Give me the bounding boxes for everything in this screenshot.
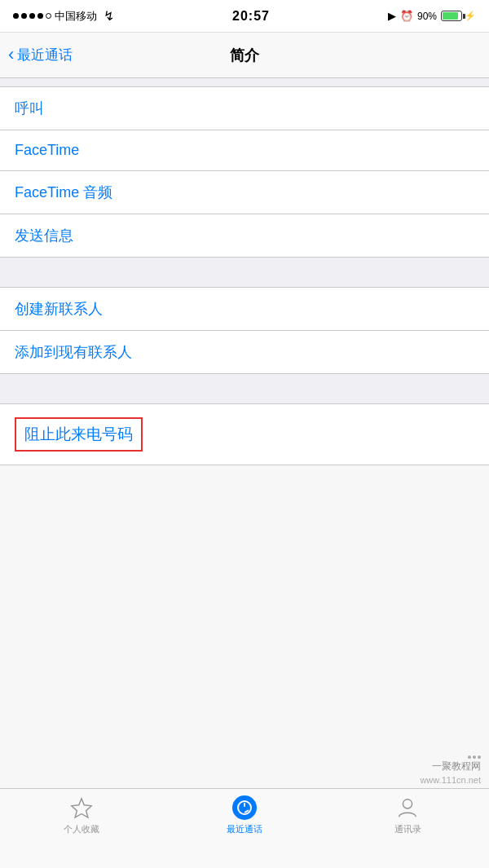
dot4 [37, 13, 43, 19]
nav-bar: ‹ 最近通话 简介 [0, 33, 489, 78]
watermark-line1: 一聚教程网 [420, 759, 481, 773]
svg-point-1 [403, 800, 412, 809]
dot5 [46, 13, 51, 19]
carrier-label: 中国移动 [55, 9, 97, 24]
tab-bar: 个人收藏 最近通话 通讯录 [0, 788, 489, 868]
list-item-block-number[interactable]: 阻止此来电号码 [0, 403, 489, 465]
signal-dots [13, 13, 51, 19]
list-item-call[interactable]: 呼叫 [0, 86, 489, 130]
section-group-1: 呼叫 FaceTime FaceTime 音频 发送信息 [0, 86, 489, 258]
section-group-2: 创建新联系人 添加到现有联系人 [0, 287, 489, 374]
wifi-icon: ↯ [104, 8, 114, 24]
block-number-label: 阻止此来电号码 [24, 425, 133, 443]
section-group-3: 阻止此来电号码 [0, 403, 489, 465]
battery-percent: 90% [417, 11, 437, 22]
back-label: 最近通话 [17, 46, 73, 64]
tab-favorites-label: 个人收藏 [64, 823, 99, 835]
clock-icon [232, 795, 257, 820]
status-left: 中国移动 ↯ [13, 8, 114, 24]
watermark: 一聚教程网 www.111cn.net [420, 756, 481, 787]
content-area: 呼叫 FaceTime FaceTime 音频 发送信息 创建新联系人 添加到现… [0, 78, 489, 465]
tab-contacts-label: 通讯录 [394, 823, 421, 835]
list-item-add-to-contact[interactable]: 添加到现有联系人 [0, 331, 489, 373]
dot1 [13, 13, 19, 19]
back-chevron-icon: ‹ [8, 46, 14, 64]
alarm-icon: ⏰ [400, 10, 413, 22]
page-title: 简介 [230, 46, 259, 65]
star-icon [69, 795, 94, 820]
tab-recents[interactable]: 最近通话 [163, 795, 326, 835]
watermark-line2: www.111cn.net [420, 773, 481, 787]
svg-marker-0 [72, 799, 91, 817]
status-bar: 中国移动 ↯ 20:57 ▶ ⏰ 90% ⚡ [0, 0, 489, 33]
tab-favorites[interactable]: 个人收藏 [0, 795, 163, 835]
group-gap-2 [0, 374, 489, 403]
tab-contacts[interactable]: 通讯录 [326, 795, 489, 835]
tab-recents-label: 最近通话 [227, 823, 262, 835]
location-icon: ▶ [388, 10, 396, 22]
divider3 [0, 465, 489, 465]
person-icon [395, 795, 420, 820]
list-item-send-message[interactable]: 发送信息 [0, 214, 489, 257]
battery-fill [443, 12, 458, 20]
list-item-facetime-video[interactable]: FaceTime [0, 130, 489, 171]
status-right: ▶ ⏰ 90% ⚡ [388, 10, 476, 22]
back-button[interactable]: ‹ 最近通话 [8, 46, 73, 64]
group-gap-1 [0, 258, 489, 287]
list-item-facetime-audio[interactable]: FaceTime 音频 [0, 171, 489, 214]
group-gap-top [0, 78, 489, 86]
list-item-create-contact[interactable]: 创建新联系人 [0, 287, 489, 331]
block-highlight-border: 阻止此来电号码 [15, 417, 143, 452]
dot2 [21, 13, 27, 19]
battery-shell [441, 11, 462, 21]
charge-icon: ⚡ [465, 11, 476, 21]
battery-indicator: ⚡ [441, 11, 476, 21]
status-time: 20:57 [232, 9, 270, 24]
dot3 [29, 13, 35, 19]
